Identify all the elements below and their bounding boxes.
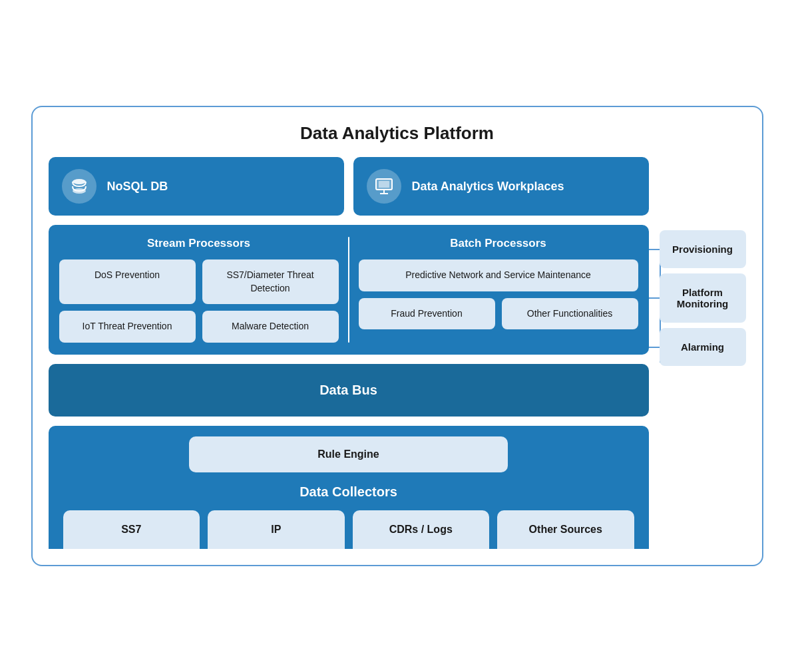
svg-point-0 xyxy=(73,179,86,184)
cdrs-logs-collector-card: CDRs / Logs xyxy=(353,510,490,549)
collectors-cards-row: SS7 IP CDRs / Logs Other Sources xyxy=(59,510,638,549)
outer-container: Data Analytics Platform NoSQL DB xyxy=(31,106,763,566)
content-area: NoSQL DB Data Analytics Workplaces xyxy=(49,157,746,549)
malware-detection-card: Malware Detection xyxy=(202,311,339,343)
iot-threat-card: IoT Threat Prevention xyxy=(59,311,196,343)
collectors-section: Rule Engine Data Collectors SS7 IP CDRs … xyxy=(49,426,649,549)
page-title: Data Analytics Platform xyxy=(49,123,746,144)
other-sources-collector-card: Other Sources xyxy=(497,510,634,549)
batch-processors-grid: Predictive Network and Service Maintenan… xyxy=(359,259,638,329)
processors-section: Stream Processors DoS Prevention SS7/Dia… xyxy=(49,225,649,355)
data-collectors-label: Data Collectors xyxy=(59,472,638,510)
svg-rect-6 xyxy=(379,181,389,188)
processors-row: Stream Processors DoS Prevention SS7/Dia… xyxy=(59,237,638,343)
top-boxes-row: NoSQL DB Data Analytics Workplaces xyxy=(49,157,649,216)
ss7-diameter-card: SS7/Diameter Threat Detection xyxy=(202,259,339,304)
stream-processors-grid: DoS Prevention SS7/Diameter Threat Detec… xyxy=(59,259,339,343)
alarming-sidebar-item: Alarming xyxy=(660,328,746,366)
stream-processors-label: Stream Processors xyxy=(59,237,339,250)
provisioning-sidebar-item: Provisioning xyxy=(660,230,746,268)
rule-engine-box: Rule Engine xyxy=(189,436,508,472)
ip-collector-card: IP xyxy=(208,510,345,549)
divider xyxy=(348,237,349,343)
stream-processors-box: Stream Processors DoS Prevention SS7/Dia… xyxy=(59,237,339,343)
predictive-network-card: Predictive Network and Service Maintenan… xyxy=(359,259,638,291)
data-bus-box: Data Bus xyxy=(49,364,649,417)
platform-monitoring-sidebar-item: Platform Monitoring xyxy=(660,273,746,323)
other-functionalities-card: Other Functionalities xyxy=(502,298,638,330)
data-analytics-workplaces-label: Data Analytics Workplaces xyxy=(412,180,564,194)
bottom-padding xyxy=(49,549,746,565)
svg-point-1 xyxy=(73,188,86,194)
batch-processors-box: Batch Processors Predictive Network and … xyxy=(359,237,638,343)
monitor-icon xyxy=(367,169,401,204)
data-analytics-workplaces-box: Data Analytics Workplaces xyxy=(353,157,649,216)
nosql-db-label: NoSQL DB xyxy=(107,180,168,194)
dos-prevention-card: DoS Prevention xyxy=(59,259,196,304)
fraud-prevention-card: Fraud Prevention xyxy=(359,298,495,330)
nosql-db-box: NoSQL DB xyxy=(49,157,344,216)
right-sidebar: Provisioning Platform Monitoring Alarmin… xyxy=(660,157,746,549)
database-icon xyxy=(62,169,97,204)
batch-processors-label: Batch Processors xyxy=(359,237,638,250)
ss7-collector-card: SS7 xyxy=(63,510,200,549)
left-column: NoSQL DB Data Analytics Workplaces xyxy=(49,157,649,549)
